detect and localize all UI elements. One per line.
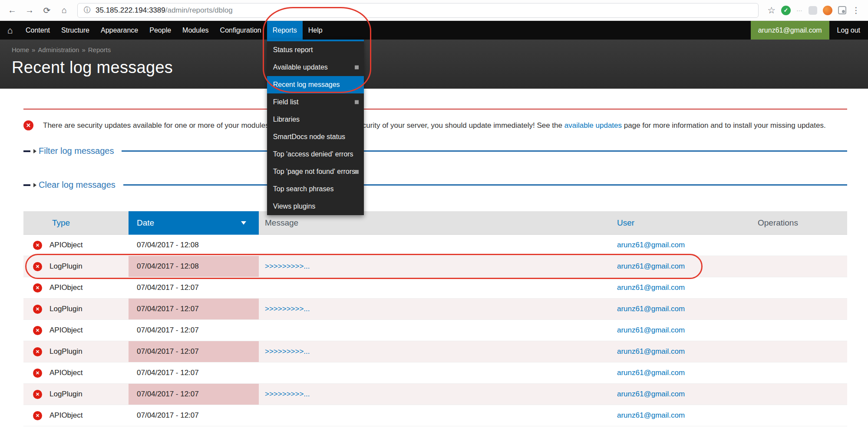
- breadcrumb-separator: »: [82, 46, 85, 53]
- error-icon: ✕: [33, 262, 42, 271]
- breadcrumb-reports[interactable]: Reports: [88, 46, 111, 53]
- menu-item-recent-log-messages[interactable]: Recent log messages: [267, 76, 364, 93]
- browser-menu-icon[interactable]: ⋮: [852, 5, 860, 15]
- site-info-icon[interactable]: ⓘ: [84, 6, 91, 15]
- breadcrumb-home[interactable]: Home: [12, 46, 29, 53]
- type-cell: ✕LogPlugin: [23, 390, 129, 399]
- toolbar-item-appearance[interactable]: Appearance: [95, 21, 144, 40]
- user-cell: arunz61@gmail.com: [609, 390, 753, 399]
- menu-item-status-report[interactable]: Status report: [267, 41, 364, 59]
- message-link[interactable]: >>>>>>>>>...: [265, 305, 310, 313]
- column-header-user: User: [609, 218, 753, 228]
- menu-item-label: Field list: [273, 98, 299, 106]
- extension-grey-icon[interactable]: [809, 6, 817, 15]
- message-link[interactable]: >>>>>>>>>...: [265, 390, 310, 398]
- type-label: LogPlugin: [50, 305, 83, 313]
- clear-fieldset-label[interactable]: Clear log messages: [39, 180, 116, 190]
- available-updates-link[interactable]: available updates: [564, 121, 622, 130]
- extension-overflow-icon[interactable]: ⋯: [796, 7, 803, 14]
- user-cell: arunz61@gmail.com: [609, 262, 753, 271]
- type-label: LogPlugin: [50, 262, 83, 271]
- type-label: APIObject: [50, 241, 83, 249]
- message-link[interactable]: >>>>>>>>>...: [265, 262, 310, 270]
- url-path: /admin/reports/dblog: [165, 6, 233, 14]
- breadcrumb: Home»Administration»Reports: [12, 46, 868, 53]
- error-icon: ✕: [33, 390, 42, 399]
- drupal-home-icon[interactable]: ⌂: [0, 21, 20, 40]
- user-link[interactable]: arunz61@gmail.com: [617, 411, 685, 419]
- menu-item-top-access-denied[interactable]: Top 'access denied' errors: [267, 146, 364, 163]
- filter-fieldset-label[interactable]: Filter log messages: [39, 146, 114, 156]
- type-cell: ✕APIObject: [23, 241, 129, 250]
- forward-icon[interactable]: →: [22, 3, 37, 18]
- address-bar[interactable]: ⓘ 35.185.222.194:3389/admin/reports/dblo…: [77, 3, 759, 18]
- user-cell: arunz61@gmail.com: [609, 326, 753, 335]
- toolbar-item-reports[interactable]: Reports Status report Available updates …: [267, 21, 303, 40]
- clear-log-messages-fieldset[interactable]: Clear log messages: [23, 180, 847, 190]
- error-icon: ✕: [33, 283, 42, 292]
- bookmark-star-icon[interactable]: ☆: [767, 5, 776, 16]
- user-cell: arunz61@gmail.com: [609, 347, 753, 356]
- toolbar-item-configuration[interactable]: Configuration: [215, 21, 267, 40]
- menu-item-smartdocs-node-status[interactable]: SmartDocs node status: [267, 128, 364, 146]
- table-row: ✕LogPlugin 07/04/2017 - 12:08 >>>>>>>>>.…: [23, 256, 847, 277]
- table-row: ✕LogPlugin 07/04/2017 - 12:07 >>>>>>>>>.…: [23, 341, 847, 362]
- column-header-operations: Operations: [753, 218, 847, 228]
- column-header-type: Type: [23, 218, 129, 228]
- table-row: ✕APIObject 07/04/2017 - 12:07 arunz61@gm…: [23, 320, 847, 341]
- extension-frame-icon[interactable]: [838, 6, 846, 14]
- toolbar-item-people[interactable]: People: [144, 21, 177, 40]
- date-cell: 07/04/2017 - 12:07: [129, 320, 259, 341]
- user-link[interactable]: arunz61@gmail.com: [617, 369, 685, 377]
- user-link[interactable]: arunz61@gmail.com: [617, 326, 685, 334]
- date-cell: 07/04/2017 - 12:07: [129, 405, 259, 426]
- filter-log-messages-fieldset[interactable]: Filter log messages: [23, 146, 847, 156]
- user-link[interactable]: arunz61@gmail.com: [617, 347, 685, 356]
- error-icon: ✕: [33, 326, 42, 335]
- fieldset-dash: [23, 184, 30, 186]
- menu-item-available-updates[interactable]: Available updates: [267, 59, 364, 76]
- user-link[interactable]: arunz61@gmail.com: [617, 262, 685, 270]
- logout-button[interactable]: Log out: [829, 21, 868, 40]
- date-cell: 07/04/2017 - 12:07: [129, 341, 259, 362]
- toolbar-item-modules[interactable]: Modules: [177, 21, 214, 40]
- column-header-date[interactable]: Date: [129, 211, 259, 235]
- user-cell: arunz61@gmail.com: [609, 283, 753, 292]
- toolbar-right: arunz61@gmail.com Log out: [751, 21, 868, 40]
- date-cell: 07/04/2017 - 12:07: [129, 299, 259, 319]
- menu-item-field-list[interactable]: Field list: [267, 93, 364, 111]
- menu-item-libraries[interactable]: Libraries: [267, 111, 364, 128]
- message-cell: >>>>>>>>>...: [259, 262, 609, 271]
- menu-item-top-page-not-found[interactable]: Top 'page not found' errors: [267, 163, 364, 180]
- type-cell: ✕APIObject: [23, 283, 129, 292]
- user-link[interactable]: arunz61@gmail.com: [617, 305, 685, 313]
- sort-by-user-link[interactable]: User: [617, 218, 634, 227]
- toolbar-item-help[interactable]: Help: [303, 21, 328, 40]
- toolbar-item-content[interactable]: Content: [20, 21, 56, 40]
- sort-by-type-link[interactable]: Type: [52, 218, 70, 227]
- user-link[interactable]: arunz61@gmail.com: [617, 390, 685, 398]
- url-host: 35.185.222.194:3389: [96, 6, 165, 14]
- extension-check-icon[interactable]: ✓: [781, 6, 791, 15]
- date-cell: 07/04/2017 - 12:08: [129, 256, 259, 277]
- main-content: ✕ There are security updates available f…: [0, 109, 868, 426]
- date-cell: 07/04/2017 - 12:07: [129, 384, 259, 405]
- user-link[interactable]: arunz61@gmail.com: [617, 241, 685, 249]
- message-link[interactable]: >>>>>>>>>...: [265, 347, 310, 356]
- user-link[interactable]: arunz61@gmail.com: [617, 283, 685, 292]
- fieldset-rule: [123, 184, 847, 186]
- toolbar-item-structure[interactable]: Structure: [56, 21, 95, 40]
- submenu-marker-icon: [355, 100, 359, 104]
- breadcrumb-administration[interactable]: Administration: [38, 46, 79, 53]
- back-icon[interactable]: ←: [4, 3, 20, 18]
- home-icon[interactable]: ⌂: [56, 3, 72, 18]
- table-row: ✕LogPlugin 07/04/2017 - 12:07 >>>>>>>>>.…: [23, 299, 847, 320]
- menu-item-label: Available updates: [273, 63, 328, 71]
- reload-icon[interactable]: ⟳: [39, 3, 55, 18]
- table-row: ✕APIObject 07/04/2017 - 12:07 arunz61@gm…: [23, 405, 847, 426]
- extension-orange-icon[interactable]: [823, 6, 832, 15]
- menu-item-top-search-phrases[interactable]: Top search phrases: [267, 180, 364, 198]
- menu-item-views-plugins[interactable]: Views plugins: [267, 198, 364, 215]
- account-badge[interactable]: arunz61@gmail.com: [751, 21, 829, 40]
- type-cell: ✕APIObject: [23, 369, 129, 378]
